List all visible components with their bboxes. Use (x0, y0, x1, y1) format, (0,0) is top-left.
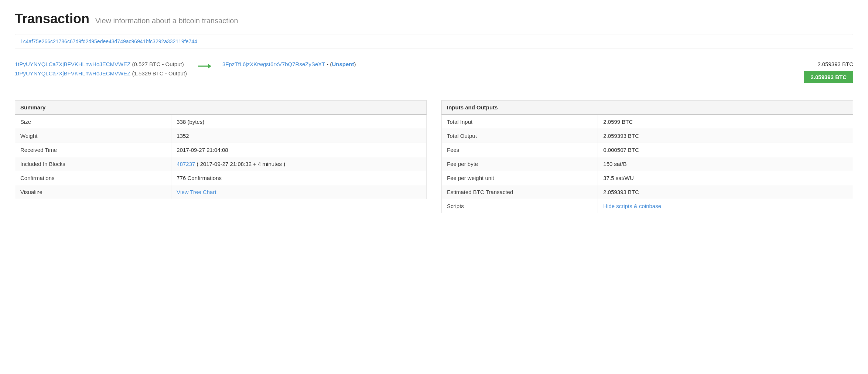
output-total-badge: 2.059393 BTC (804, 71, 853, 83)
summary-value-cell: View Tree Chart (171, 185, 427, 199)
summary-value-cell: 776 Confirmations (171, 171, 427, 185)
summary-value-cell: 1352 (171, 129, 427, 143)
io-output-row: 3FpzTfL6jzXKrwgst6rxV7bQ7RseZySeXT - (Un… (222, 61, 853, 67)
io-label: Scripts (442, 199, 598, 213)
hide-scripts-link[interactable]: Hide scripts & coinbase (603, 203, 661, 209)
table-row: Total Input 2.0599 BTC (442, 115, 853, 129)
input-amount: (1.5329 BTC - Output) (132, 70, 187, 76)
io-section: 1tPyUYNYQLCa7XjBFVKHLnwHoJECMVWEZ (0.527… (15, 57, 853, 87)
output-address-group: 3FpzTfL6jzXKrwgst6rxV7bQ7RseZySeXT - (Un… (222, 61, 356, 67)
summary-section: Summary Size 338 (bytes) Weight 1352 Rec… (15, 100, 427, 213)
inputs-outputs-table: Inputs and Outputs Total Input 2.0599 BT… (441, 100, 853, 213)
io-value-cell: 2.059393 BTC (598, 129, 853, 143)
table-row: Total Output 2.059393 BTC (442, 129, 853, 143)
summary-value: 776 Confirmations (177, 175, 222, 181)
page-header: Transaction View information about a bit… (15, 11, 853, 27)
summary-heading: Summary (15, 101, 427, 115)
input-address-link[interactable]: 1tPyUYNYQLCa7XjBFVKHLnwHoJECMVWEZ (15, 61, 130, 67)
summary-label: Confirmations (15, 171, 171, 185)
table-row: Scripts Hide scripts & coinbase (442, 199, 853, 213)
io-label: Fee per byte (442, 157, 598, 171)
output-separator: - ( (327, 61, 332, 67)
table-row: Confirmations 776 Confirmations (15, 171, 427, 185)
io-value-cell: 2.059393 BTC (598, 185, 853, 199)
io-value: 2.0599 BTC (603, 119, 633, 125)
table-row: Fees 0.000507 BTC (442, 143, 853, 157)
summary-label: Weight (15, 129, 171, 143)
io-value-cell: 37.5 sat/WU (598, 171, 853, 185)
summary-value-cell: 2017-09-27 21:04:08 (171, 143, 427, 157)
io-outputs: 3FpzTfL6jzXKrwgst6rxV7bQ7RseZySeXT - (Un… (222, 61, 853, 83)
tx-id-link[interactable]: 1c4af75e266c21786c67d9fd2d95edee43d749ac… (20, 38, 197, 44)
table-row: Fee per weight unit 37.5 sat/WU (442, 171, 853, 185)
input-address-link[interactable]: 1tPyUYNYQLCa7XjBFVKHLnwHoJECMVWEZ (15, 70, 130, 76)
io-value: 0.000507 BTC (603, 147, 639, 153)
summary-value-cell: 487237 ( 2017-09-27 21:08:32 + 4 minutes… (171, 157, 427, 171)
io-inputs: 1tPyUYNYQLCa7XjBFVKHLnwHoJECMVWEZ (0.527… (15, 61, 187, 78)
io-value: 2.059393 BTC (603, 189, 639, 195)
io-value-cell: 0.000507 BTC (598, 143, 853, 157)
summary-table: Summary Size 338 (bytes) Weight 1352 Rec… (15, 100, 427, 199)
unspent-badge: Unspent (332, 61, 354, 67)
block-detail: ( 2017-09-27 21:08:32 + 4 minutes ) (195, 161, 285, 167)
io-value: 150 sat/B (603, 161, 626, 167)
summary-label: Included In Blocks (15, 157, 171, 171)
io-value: 37.5 sat/WU (603, 175, 634, 181)
summary-label: Received Time (15, 143, 171, 157)
io-value: 2.059393 BTC (603, 133, 639, 139)
io-input-row: 1tPyUYNYQLCa7XjBFVKHLnwHoJECMVWEZ (0.527… (15, 61, 187, 67)
io-value-cell: Hide scripts & coinbase (598, 199, 853, 213)
io-value-cell: 150 sat/B (598, 157, 853, 171)
tables-row: Summary Size 338 (bytes) Weight 1352 Rec… (15, 100, 853, 213)
io-label: Estimated BTC Transacted (442, 185, 598, 199)
output-address-link[interactable]: 3FpzTfL6jzXKrwgst6rxV7bQ7RseZySeXT (222, 61, 325, 67)
summary-value: 2017-09-27 21:04:08 (177, 147, 228, 153)
io-arrow (198, 61, 211, 70)
io-label: Total Output (442, 129, 598, 143)
arrow-icon (198, 62, 211, 70)
output-total-row: 2.059393 BTC (222, 71, 853, 83)
io-value-cell: 2.0599 BTC (598, 115, 853, 129)
page-subtitle: View information about a bitcoin transac… (95, 17, 238, 25)
view-tree-chart-link[interactable]: View Tree Chart (177, 189, 216, 195)
summary-value-cell: 338 (bytes) (171, 115, 427, 129)
io-label: Total Input (442, 115, 598, 129)
table-row: Estimated BTC Transacted 2.059393 BTC (442, 185, 853, 199)
io-input-row: 1tPyUYNYQLCa7XjBFVKHLnwHoJECMVWEZ (1.532… (15, 70, 187, 76)
io-label: Fees (442, 143, 598, 157)
output-paren: ) (354, 61, 356, 67)
summary-value: 338 (bytes) (177, 119, 204, 125)
summary-label: Visualize (15, 185, 171, 199)
inputs-outputs-section: Inputs and Outputs Total Input 2.0599 BT… (441, 100, 853, 213)
table-row: Size 338 (bytes) (15, 115, 427, 129)
table-row: Included In Blocks 487237 ( 2017-09-27 2… (15, 157, 427, 171)
table-row: Visualize View Tree Chart (15, 185, 427, 199)
table-row: Fee per byte 150 sat/B (442, 157, 853, 171)
svg-marker-1 (208, 64, 211, 68)
inputs-outputs-heading: Inputs and Outputs (442, 101, 853, 115)
summary-value: 1352 (177, 133, 189, 139)
page-title: Transaction (15, 11, 89, 27)
table-row: Weight 1352 (15, 129, 427, 143)
summary-label: Size (15, 115, 171, 129)
input-amount: (0.527 BTC - Output) (132, 61, 184, 67)
block-link[interactable]: 487237 (177, 161, 195, 167)
io-label: Fee per weight unit (442, 171, 598, 185)
output-amount: 2.059393 BTC (817, 61, 853, 67)
tx-id-bar: 1c4af75e266c21786c67d9fd2d95edee43d749ac… (15, 34, 853, 48)
table-row: Received Time 2017-09-27 21:04:08 (15, 143, 427, 157)
